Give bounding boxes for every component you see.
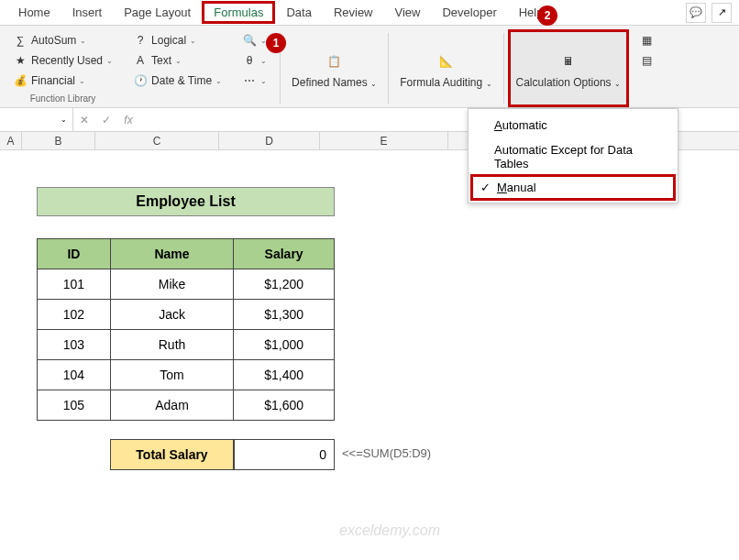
calc-sheet-icon: ▤ — [640, 53, 655, 68]
employee-table: ID Name Salary 101Mike$1,200 102Jack$1,3… — [37, 238, 335, 421]
col-B[interactable]: B — [22, 132, 95, 149]
header-id: ID — [38, 239, 111, 269]
tab-review[interactable]: Review — [323, 2, 384, 23]
financial-button[interactable]: 💰Financial⌄ — [9, 71, 116, 90]
col-D[interactable]: D — [219, 132, 320, 149]
col-E[interactable]: E — [320, 132, 448, 149]
auditing-icon: 📐 — [433, 49, 458, 74]
menu-manual[interactable]: ✓Manual — [470, 174, 676, 201]
share-button[interactable]: ↗ — [711, 3, 732, 23]
text-icon: A — [133, 53, 148, 68]
sigma-icon: ∑ — [13, 33, 28, 48]
calc-sheet-button[interactable]: ▤ — [636, 51, 658, 70]
formula-auditing-button[interactable]: 📐 Formula Auditing ⌄ — [392, 29, 499, 107]
comments-button[interactable]: 💬 — [686, 3, 706, 23]
tab-home[interactable]: Home — [7, 2, 61, 23]
name-box[interactable]: ⌄ — [0, 108, 73, 131]
calc-group-extra: ▦ ▤ — [631, 29, 664, 107]
autosum-button[interactable]: ∑AutoSum⌄ — [9, 31, 116, 49]
calc-options-menu: Automatic Automatic Except for Data Tabl… — [468, 108, 678, 203]
calc-now-icon: ▦ — [640, 33, 655, 48]
tab-developer[interactable]: Developer — [431, 2, 507, 23]
tab-insert[interactable]: Insert — [61, 2, 114, 23]
col-A[interactable]: A — [0, 132, 22, 149]
datetime-button[interactable]: 🕐Date & Time⌄ — [129, 71, 226, 90]
logical-button[interactable]: ?Logical⌄ — [129, 31, 226, 49]
text-button[interactable]: AText⌄ — [129, 51, 226, 70]
table-row[interactable]: 103Ruth$1,000 — [38, 330, 335, 360]
function-library-group-2: ?Logical⌄ AText⌄ 🕐Date & Time⌄ — [124, 29, 231, 107]
employee-list-title: Employee List — [37, 187, 335, 216]
formula-note: <<=SUM(D5:D9) — [335, 439, 438, 470]
tab-formulas[interactable]: Formulas — [202, 1, 275, 24]
watermark: exceldemy.com — [339, 522, 440, 539]
menu-automatic[interactable]: Automatic — [469, 113, 678, 137]
defined-names-button[interactable]: 📋 Defined Names ⌄ — [284, 29, 384, 107]
enter-button[interactable]: ✓ — [95, 108, 117, 131]
callout-2: 2 — [537, 5, 557, 26]
function-library-group: ∑AutoSum⌄ ★Recently Used⌄ 💰Financial⌄ Fu… — [4, 29, 122, 107]
math-icon: θ — [242, 53, 257, 68]
header-name: Name — [110, 239, 234, 269]
ribbon-tabs: Home Insert Page Layout Formulas Data Re… — [0, 0, 739, 26]
col-C[interactable]: C — [95, 132, 219, 149]
table-header-row: ID Name Salary — [38, 239, 335, 269]
more-icon: ⋯ — [242, 73, 257, 88]
table-row[interactable]: 105Adam$1,600 — [38, 390, 335, 421]
tab-pagelayout[interactable]: Page Layout — [113, 2, 202, 23]
callout-1: 1 — [266, 33, 286, 53]
group-label: Function Library — [9, 92, 116, 105]
total-salary-label: Total Salary — [110, 439, 234, 470]
calc-now-button[interactable]: ▦ — [636, 31, 658, 49]
fx-button[interactable]: fx — [117, 108, 139, 131]
names-icon: 📋 — [322, 49, 347, 74]
header-salary: Salary — [234, 239, 335, 269]
total-salary-value[interactable]: 0 — [234, 439, 335, 470]
menu-auto-except[interactable]: Automatic Except for Data Tables — [469, 137, 678, 176]
calculator-icon: 🖩 — [556, 49, 581, 74]
lookup-icon: 🔍 — [242, 33, 257, 48]
tab-data[interactable]: Data — [275, 2, 322, 23]
table-row[interactable]: 101Mike$1,200 — [38, 269, 335, 300]
recently-used-button[interactable]: ★Recently Used⌄ — [9, 51, 116, 70]
tab-view[interactable]: View — [384, 2, 432, 23]
ribbon-content: ∑AutoSum⌄ ★Recently Used⌄ 💰Financial⌄ Fu… — [0, 26, 739, 108]
recent-icon: ★ — [13, 53, 28, 68]
check-icon: ✓ — [480, 181, 491, 194]
financial-icon: 💰 — [13, 73, 28, 88]
more-button[interactable]: ⋯⌄ — [238, 71, 270, 90]
cancel-button[interactable]: ✕ — [73, 108, 95, 131]
table-row[interactable]: 102Jack$1,300 — [38, 300, 335, 330]
calculation-options-button[interactable]: 🖩 Calculation Options ⌄ — [508, 29, 629, 107]
clock-icon: 🕐 — [133, 73, 148, 88]
logical-icon: ? — [133, 33, 148, 48]
math-button[interactable]: θ⌄ — [238, 51, 270, 70]
total-row: Total Salary 0 <<=SUM(D5:D9) — [37, 439, 739, 470]
table-row[interactable]: 104Tom$1,400 — [38, 360, 335, 390]
